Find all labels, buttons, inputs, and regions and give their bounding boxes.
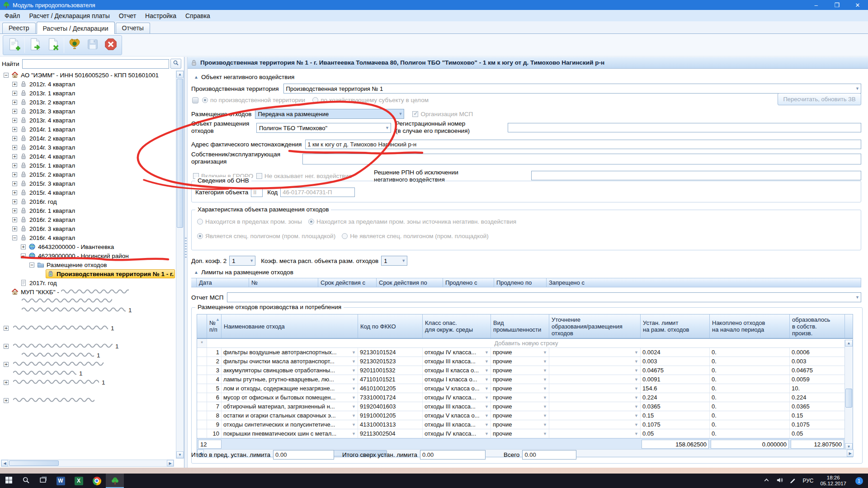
chevron-down-icon[interactable]: ▼: [350, 350, 356, 355]
char-radio-outside[interactable]: [308, 219, 314, 225]
chevron-down-icon[interactable]: ▼: [633, 377, 638, 382]
delete-button[interactable]: [102, 37, 120, 54]
clarify-cell[interactable]: ▼: [549, 411, 641, 420]
tree-expander[interactable]: +: [12, 172, 17, 177]
tab-расчеты-декларации[interactable]: Расчеты / Декларации: [37, 22, 115, 34]
tree-expander[interactable]: +: [12, 91, 17, 96]
char-radio-notspecial[interactable]: [342, 233, 348, 239]
waste-column-header[interactable]: Класс опас. для окруж. среды: [423, 314, 491, 338]
tree-item[interactable]: +2016г. год: [1, 197, 175, 206]
chevron-down-icon[interactable]: ▼: [542, 350, 547, 355]
waste-column-header[interactable]: Накоплено отходов на начало периода: [710, 314, 790, 338]
scroll-thumb[interactable]: [845, 389, 852, 408]
industry-cell[interactable]: прочие▼: [491, 420, 549, 429]
limits-column-header[interactable]: Срок действия с: [318, 278, 377, 287]
tree-item[interactable]: +1: [1, 324, 175, 333]
tree-item[interactable]: +1: [1, 342, 175, 351]
waste-table-row[interactable]: 8остатки и огарки стальных сварочных э..…: [197, 411, 845, 420]
tab-отчеты[interactable]: Отчеты: [116, 23, 150, 33]
taskbar-word-button[interactable]: W: [52, 474, 70, 488]
waste-name-cell[interactable]: лом и отходы, содержащие незагрязне...▼: [222, 384, 358, 393]
category-input[interactable]: II: [251, 188, 263, 197]
tree-expander[interactable]: +: [12, 127, 17, 132]
tree-item[interactable]: +2016г. 2 квартал: [1, 215, 175, 224]
minimize-button[interactable]: –: [806, 0, 826, 10]
chevron-down-icon[interactable]: ▼: [633, 404, 638, 409]
tree-expander[interactable]: +: [4, 380, 9, 385]
tree-item[interactable]: +2015г. 3 квартал: [1, 179, 175, 188]
fkko-code-cell[interactable]: 92130201523: [358, 357, 423, 366]
tree-expander[interactable]: +: [12, 145, 17, 150]
tree-item[interactable]: +2016г. 1 квартал: [1, 206, 175, 215]
hazard-class-cell[interactable]: отходы I класса о...▼: [423, 375, 491, 384]
tree-expander[interactable]: +: [12, 217, 17, 222]
chevron-down-icon[interactable]: ▼: [483, 386, 489, 391]
chevron-down-icon[interactable]: ▼: [350, 422, 356, 427]
tree-selected-highlight[interactable]: Производственная территория № 1 - г. И: [46, 269, 175, 278]
hazard-class-cell[interactable]: отходы III класса...▼: [423, 357, 491, 366]
tree-expander[interactable]: −: [29, 263, 34, 267]
hazard-class-cell[interactable]: отходы II класса о...▼: [423, 366, 491, 375]
limits-column-header[interactable]: Запрещено с: [547, 278, 861, 287]
tree-expander[interactable]: +: [4, 362, 9, 367]
waste-name-cell[interactable]: лампы ртутные, ртутно-кварцевые, лю...▼: [222, 375, 358, 384]
tree-expander[interactable]: +: [12, 208, 17, 213]
waste-column-header[interactable]: образовалось в собств. произв.: [790, 314, 845, 338]
hazard-class-cell[interactable]: отходы IV класса...▼: [423, 429, 491, 438]
territory-combo[interactable]: Производственная территория № 1 ▼: [283, 84, 862, 94]
chevron-down-icon[interactable]: ▼: [542, 386, 547, 391]
chevron-down-icon[interactable]: ▼: [633, 386, 638, 391]
waste-name-cell[interactable]: остатки и огарки стальных сварочных э...…: [222, 411, 358, 420]
tree-item[interactable]: +2015г. 1 квартал: [1, 161, 175, 170]
tree-item[interactable]: 1: [1, 305, 175, 314]
totals-total-input[interactable]: 0.00: [522, 450, 576, 460]
waste-name-cell[interactable]: отходы синтетических и полусинтетиче...▼: [222, 420, 358, 429]
tree-expander[interactable]: +: [12, 163, 17, 168]
tree-item[interactable]: Производственная территория № 1 - г. И: [1, 269, 175, 278]
scroll-down-arrow[interactable]: ▼: [176, 451, 184, 458]
fkko-code-cell[interactable]: 73310001724: [358, 393, 423, 402]
waste-name-cell[interactable]: фильтры воздушные автотранспортных...▼: [222, 348, 358, 357]
table-vertical-scrollbar[interactable]: ▲▼: [844, 340, 853, 450]
panel-splitter[interactable]: [184, 57, 188, 468]
scroll-thumb[interactable]: [177, 79, 183, 228]
new-report-button[interactable]: [5, 37, 23, 54]
clarify-cell[interactable]: ▼: [549, 429, 641, 438]
char-radio-special[interactable]: [197, 233, 203, 239]
waste-name-cell[interactable]: аккумуляторы свинцовые отработанны...▼: [222, 366, 358, 375]
clarify-cell[interactable]: ▼: [549, 357, 641, 366]
chevron-down-icon[interactable]: ▼: [542, 404, 547, 409]
close-button[interactable]: ✕: [847, 0, 868, 10]
industry-cell[interactable]: прочие▼: [491, 357, 549, 366]
chevron-down-icon[interactable]: ▼: [633, 422, 638, 427]
chevron-down-icon[interactable]: ▼: [483, 359, 489, 364]
chevron-down-icon[interactable]: ▼: [350, 432, 356, 436]
tree-item[interactable]: +: [1, 396, 175, 405]
chevron-down-icon[interactable]: ▼: [542, 368, 547, 373]
taskbar-search-button[interactable]: [17, 474, 34, 488]
tree-item[interactable]: [1, 296, 175, 305]
industry-cell[interactable]: прочие▼: [491, 366, 549, 375]
recalc-button[interactable]: Пересчитать, обновить ЗВ: [778, 93, 861, 105]
tree-expander[interactable]: +: [4, 326, 9, 331]
fkko-code-cell[interactable]: 47110101521: [358, 375, 423, 384]
tree-item[interactable]: 1: [1, 351, 175, 360]
object-combo[interactable]: Полигон ТБО "Тимохово" ▼: [256, 123, 391, 133]
fkko-code-cell[interactable]: 92130101524: [358, 348, 423, 357]
menu-item-2[interactable]: Расчет / Декларация платы: [24, 10, 114, 21]
tree-item[interactable]: [1, 333, 175, 342]
tree-expander[interactable]: +: [12, 226, 17, 231]
hazard-class-cell[interactable]: отходы IV класса...▼: [423, 393, 491, 402]
waste-column-header[interactable]: Наименование отхода: [222, 314, 358, 338]
tree-item[interactable]: МУП "ККХБ" -: [1, 287, 175, 296]
tree-item[interactable]: [1, 387, 175, 396]
tree-item[interactable]: +2014г. 1 квартал: [1, 125, 175, 134]
tree-expander[interactable]: −: [12, 235, 17, 240]
char-radio-inside[interactable]: [197, 219, 203, 225]
clarify-cell[interactable]: ▼: [549, 375, 641, 384]
industry-cell[interactable]: прочие▼: [491, 429, 549, 438]
waste-table-row[interactable]: 7обтирочный материал, загрязненный н...▼…: [197, 402, 845, 411]
search-input[interactable]: [22, 59, 169, 69]
fkko-code-cell[interactable]: 92011001532: [358, 366, 423, 375]
menu-item-5[interactable]: Справка: [181, 10, 215, 21]
